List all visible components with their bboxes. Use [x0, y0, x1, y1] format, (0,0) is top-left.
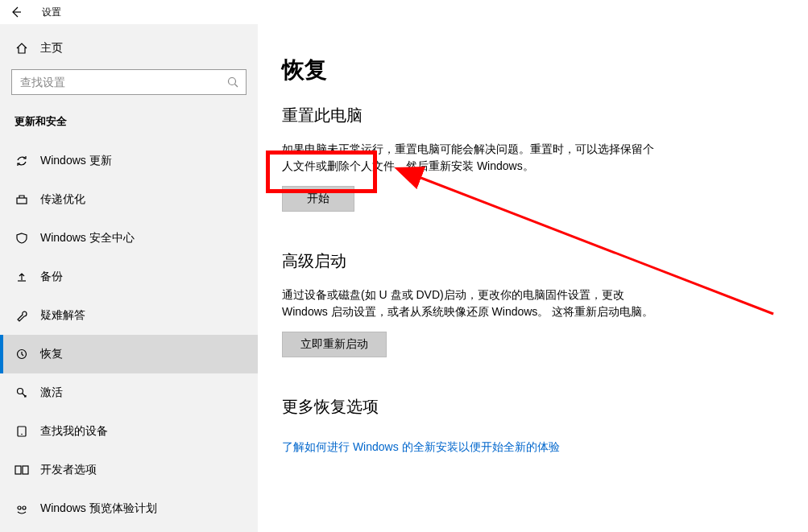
sidebar-item-label: 开发者选项 [40, 463, 97, 477]
sidebar-item-developer[interactable]: 开发者选项 [0, 451, 258, 489]
sidebar-item-windows-update[interactable]: Windows 更新 [0, 142, 258, 180]
sidebar-item-recovery[interactable]: 恢复 [0, 335, 258, 373]
troubleshoot-icon [15, 309, 29, 322]
svg-rect-10 [23, 466, 28, 474]
sidebar-item-windows-security[interactable]: Windows 安全中心 [0, 219, 258, 258]
more-link[interactable]: 了解如何进行 Windows 的全新安装以便开始全新的体验 [282, 440, 560, 453]
svg-rect-3 [17, 198, 27, 204]
sidebar-item-label: 备份 [40, 270, 63, 284]
advanced-heading: 高级启动 [282, 250, 776, 272]
home-button[interactable]: 主页 [0, 31, 258, 66]
sidebar-item-insider[interactable]: Windows 预览体验计划 [0, 489, 258, 528]
svg-rect-9 [15, 466, 21, 474]
search-input[interactable] [20, 76, 226, 89]
sidebar-item-label: 疑难解答 [40, 308, 85, 323]
find-device-icon [15, 425, 29, 438]
sidebar: 主页 更新和安全 Windows 更新 [0, 24, 258, 532]
delivery-icon [15, 193, 29, 206]
svg-point-8 [21, 434, 23, 435]
reset-desc: 如果电脑未正常运行，重置电脑可能会解决问题。重置时，可以选择保留个人文件或删除个… [282, 141, 661, 175]
svg-line-2 [235, 85, 238, 88]
home-icon [15, 42, 29, 55]
sidebar-item-label: Windows 安全中心 [40, 231, 135, 245]
sidebar-item-find-my-device[interactable]: 查找我的设备 [0, 412, 258, 451]
svg-point-1 [229, 78, 236, 85]
sidebar-item-backup[interactable]: 备份 [0, 258, 258, 296]
home-label: 主页 [40, 41, 63, 56]
sidebar-item-delivery-optimization[interactable]: 传递优化 [0, 180, 258, 219]
svg-point-12 [23, 506, 26, 509]
sidebar-item-label: Windows 预览体验计划 [40, 501, 157, 516]
sidebar-item-troubleshoot[interactable]: 疑难解答 [0, 296, 258, 335]
sidebar-item-label: 恢复 [40, 347, 63, 361]
app-title: 设置 [42, 6, 61, 19]
recovery-icon [15, 348, 29, 361]
page-title: 恢复 [282, 55, 776, 85]
sidebar-item-activation[interactable]: 激活 [0, 373, 258, 412]
search-box[interactable] [11, 69, 247, 95]
reset-start-button[interactable]: 开始 [282, 186, 354, 212]
search-icon [226, 76, 239, 89]
sidebar-item-label: Windows 更新 [40, 154, 112, 168]
arrow-left-icon [10, 6, 23, 19]
sync-icon [15, 155, 29, 167]
insider-icon [15, 502, 29, 515]
content-area: 恢复 重置此电脑 如果电脑未正常运行，重置电脑可能会解决问题。重置时，可以选择保… [258, 24, 808, 532]
advanced-restart-button[interactable]: 立即重新启动 [282, 332, 387, 357]
advanced-desc: 通过设备或磁盘(如 U 盘或 DVD)启动，更改你的电脑固件设置，更改 Wind… [282, 287, 661, 320]
titlebar: 设置 [0, 0, 808, 24]
backup-icon [15, 270, 29, 283]
more-heading: 更多恢复选项 [282, 396, 776, 418]
sidebar-item-label: 查找我的设备 [40, 424, 108, 439]
activation-icon [15, 386, 29, 399]
back-button[interactable] [8, 4, 24, 20]
developer-icon [15, 464, 29, 476]
reset-heading: 重置此电脑 [282, 105, 776, 126]
sidebar-item-label: 激活 [40, 386, 63, 400]
svg-point-11 [18, 506, 21, 509]
category-title: 更新和安全 [0, 109, 258, 142]
svg-point-6 [18, 389, 23, 394]
sidebar-item-label: 传递优化 [40, 192, 85, 207]
shield-icon [15, 232, 29, 245]
